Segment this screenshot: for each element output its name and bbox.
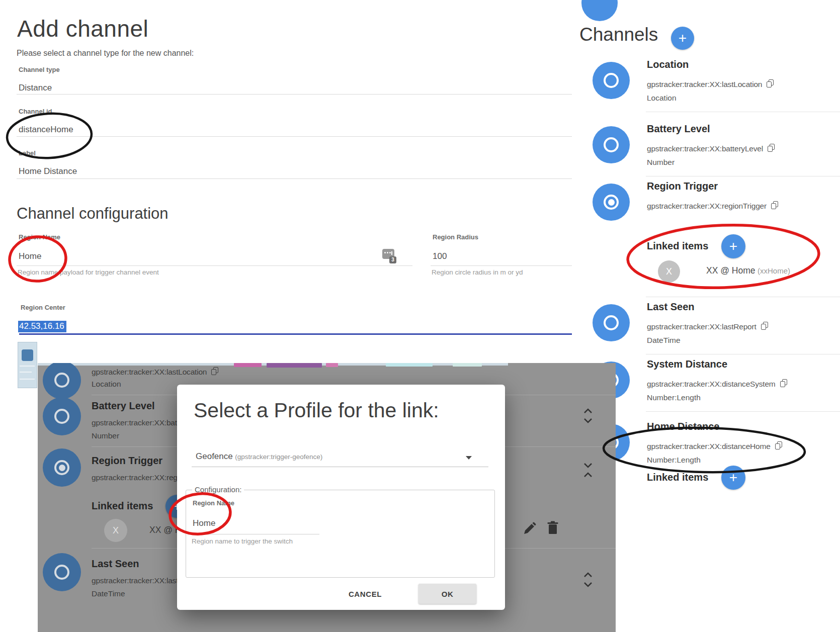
channel-type-label: Channel type — [19, 66, 60, 73]
copy-icon[interactable] — [768, 144, 775, 152]
dimmed-linked-item-avatar: X — [104, 519, 127, 542]
unfold-icon — [582, 407, 594, 424]
label-field-label: Label — [19, 149, 36, 157]
region-name-label: Region Name — [19, 233, 60, 241]
channel-icon-last-seen — [593, 304, 630, 341]
profile-select-value: Geofence — [196, 452, 233, 461]
region-center-label: Region Center — [21, 304, 65, 311]
red-ellipse-linked-item — [627, 222, 820, 291]
region-name-input[interactable]: Home — [19, 251, 41, 261]
dialog-region-name-hint: Region name to trigger the switch — [192, 537, 293, 545]
linked-items-heading: Linked items — [647, 240, 708, 252]
dimmed-channel-title: Battery Level — [92, 400, 155, 412]
dimmed-channel-icon-location — [43, 363, 81, 399]
linked-item-avatar: X — [658, 260, 680, 283]
channel-icon-region-trigger — [593, 184, 630, 221]
channel-type-underline — [17, 94, 572, 95]
dimmed-channel-icon-region-trigger — [43, 448, 81, 487]
channel-title: Region Trigger — [647, 180, 718, 192]
add-channel-button[interactable]: + — [671, 27, 694, 50]
region-name-hint: Region name payload for trigger channel … — [18, 268, 159, 276]
add-linked-item-button[interactable]: + — [721, 234, 745, 258]
channel-title: Location — [647, 59, 689, 70]
linked-items-heading: Linked items — [647, 472, 708, 483]
region-radius-underline — [431, 265, 572, 266]
region-center-focus-underline — [19, 333, 572, 335]
page-title: Add channel — [17, 15, 148, 42]
profile-select[interactable]: Geofence (gpstracker:trigger-geofence) — [196, 452, 322, 462]
dimmed-channel-title: Last Seen — [92, 558, 139, 570]
channel-type-text: Number:Length — [647, 456, 701, 465]
channel-uid: gpstracker:tracker:XX:lastLocation — [647, 79, 774, 89]
plus-icon: + — [729, 238, 737, 254]
channel-type-text: DateTime — [647, 336, 681, 345]
channel-type-text: Location — [647, 94, 677, 103]
page-subtitle: Please select a channel type for the new… — [17, 49, 194, 58]
linked-item-row[interactable]: XX @ Home (xxHome) — [706, 265, 790, 276]
dimmed-channel-icon-battery — [43, 397, 81, 435]
region-radius-hint: Region circle radius in m or yd — [432, 268, 523, 276]
add-linked-item-button[interactable]: + — [721, 466, 745, 490]
dimmed-channel-icon-last-seen — [43, 553, 81, 591]
region-radius-input[interactable]: 100 — [433, 251, 447, 261]
cancel-button[interactable]: CANCEL — [341, 584, 389, 604]
copy-icon[interactable] — [767, 79, 774, 88]
screen: Add channel Please select a channel type… — [0, 0, 840, 632]
plus-icon: + — [729, 470, 737, 486]
channel-id-label: Channel id — [19, 108, 52, 115]
channel-uid: gpstracker:tracker:XX:batteryLevel — [647, 144, 775, 153]
dimmed-channel-title: Region Trigger — [92, 455, 162, 467]
profile-select-uid: (gpstracker:trigger-geofence) — [235, 453, 322, 461]
channel-uid: gpstracker:tracker:XX:distanceSystem — [647, 379, 788, 389]
channel-type-text: Number — [647, 158, 675, 167]
dimmed-channel-type: Number — [92, 431, 119, 440]
unfold-icon — [582, 571, 594, 588]
scrolled-avatar-icon — [581, 0, 618, 21]
channel-title: Battery Level — [647, 123, 710, 135]
channel-uid: gpstracker:tracker:XX:regionTrigger — [647, 201, 779, 211]
channels-heading: Channels — [579, 24, 658, 45]
region-name-underline — [17, 265, 412, 266]
label-field-input[interactable]: Home Distance — [19, 166, 77, 176]
copy-icon — [211, 367, 219, 376]
dialog-region-name-input[interactable]: Home — [193, 518, 215, 528]
region-center-input[interactable]: 42.53,16.16 — [18, 321, 66, 332]
channel-type-input[interactable]: Distance — [19, 83, 52, 93]
dialog-title: Select a Profile for the link: — [194, 399, 439, 422]
badge-count: 3 — [389, 256, 396, 263]
dimmed-channel-type: DateTime — [92, 589, 125, 598]
delete-trash-icon — [546, 521, 559, 535]
label-field-underline — [17, 178, 572, 179]
linked-item-suffix: (xxHome) — [758, 266, 790, 275]
fieldset-legend: Configuration: — [192, 485, 244, 494]
channel-icon-location — [593, 62, 630, 99]
channel-title: Last Seen — [647, 301, 694, 313]
dialog-region-name-label: Region Name — [193, 499, 234, 507]
channel-title: Home Distance — [647, 421, 720, 432]
dimmed-channel-type: Location — [92, 380, 121, 389]
linked-item-label: XX @ Home — [706, 265, 755, 276]
copy-icon[interactable] — [780, 379, 788, 388]
channel-icon-battery — [593, 126, 630, 163]
ok-button[interactable]: OK — [418, 584, 476, 604]
copy-icon[interactable] — [771, 201, 779, 210]
channel-uid: gpstracker:tracker:XX:distanceHome — [647, 441, 783, 451]
channel-uid: gpstracker:tracker:XX:lastReport — [647, 322, 769, 331]
edit-pencil-icon — [523, 522, 536, 535]
map-preview-fragment — [18, 342, 37, 388]
channel-id-underline — [17, 136, 572, 137]
channel-type-text: Number:Length — [647, 393, 701, 402]
input-helper-icon[interactable]: 3 — [382, 247, 396, 264]
dropdown-arrow-icon[interactable] — [466, 456, 472, 460]
config-section-heading: Channel configuration — [17, 205, 169, 223]
plus-icon: + — [679, 30, 687, 46]
profile-dialog: Select a Profile for the link: Geofence … — [177, 385, 505, 610]
collapse-icon — [582, 462, 594, 479]
channel-id-input[interactable]: distanceHome — [19, 125, 73, 135]
dimmed-channel-uid: gpstracker:tracker:XX:lastLocation — [92, 367, 219, 377]
channel-title: System Distance — [647, 358, 727, 370]
copy-icon[interactable] — [775, 441, 783, 450]
region-radius-label: Region Radius — [433, 233, 478, 241]
copy-icon[interactable] — [761, 322, 769, 330]
dimmed-linked-items-heading: Linked items — [92, 500, 153, 512]
